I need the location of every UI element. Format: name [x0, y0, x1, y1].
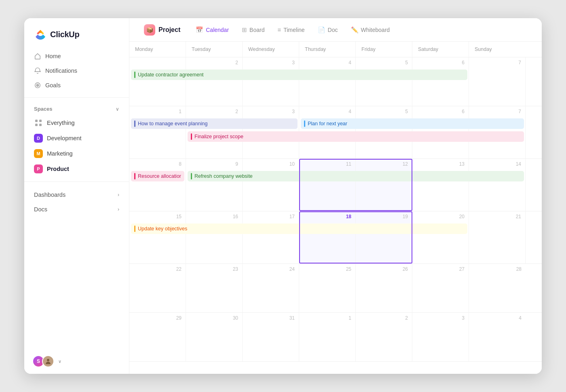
home-icon [34, 53, 41, 60]
header-tuesday: Tuesday [186, 42, 243, 57]
event-label: Update contractor agreement [138, 72, 204, 78]
spaces-label: Spaces [34, 106, 53, 112]
cal-cell-sat3[interactable]: 13 [412, 159, 469, 211]
header-sunday: Sunday [469, 42, 526, 57]
board-tab-icon: ⊞ [242, 26, 247, 34]
cal-cell-sat5[interactable]: 27 [412, 264, 469, 312]
cal-cell-thu5[interactable]: 25 [299, 264, 356, 312]
tab-whiteboard[interactable]: ✏️ Whiteboard [345, 23, 396, 37]
cal-cell-fri4[interactable]: 19 [356, 211, 412, 263]
sidebar: ClickUp Home Notifications [24, 18, 129, 374]
event-label-finalize: Finalize project scope [194, 134, 243, 139]
event-label-plan: Plan for next year [308, 121, 347, 126]
tab-timeline[interactable]: ≡ Timeline [272, 23, 310, 36]
cal-cell-thu6[interactable]: 1 [299, 313, 356, 361]
week-row-4: 15 16 17 18 19 20 21 Update key objectiv… [129, 211, 542, 264]
sidebar-nav: Home Notifications Goals [24, 49, 129, 93]
cal-cell-sun1[interactable]: 7 [469, 57, 526, 106]
goals-icon [34, 82, 41, 89]
event-plan-next-year[interactable]: Plan for next year [301, 118, 524, 129]
development-badge: D [34, 134, 43, 143]
sidebar-item-development[interactable]: D Development [29, 131, 124, 146]
notifications-icon [34, 67, 41, 74]
project-title-area: 📦 Project [139, 22, 185, 38]
everything-icon [34, 118, 43, 127]
cal-cell-fri1[interactable]: 5 [356, 57, 412, 106]
cal-cell-mon4[interactable]: 15 [129, 211, 186, 263]
week-row-1: 2 3 4 5 6 7 Update contractor agreement [129, 57, 542, 106]
cal-cell-wed5[interactable]: 24 [243, 264, 299, 312]
event-label-resource: Resource allocation [138, 173, 181, 179]
event-label-refresh: Refresh company website [194, 173, 253, 179]
cal-cell-sat6[interactable]: 3 [412, 313, 469, 361]
event-label-planning: How to manage event planning [138, 121, 207, 126]
marketing-badge: M [34, 149, 43, 158]
sidebar-item-product[interactable]: P Product [29, 161, 124, 177]
cal-cell-thu3[interactable]: 11 [299, 159, 356, 211]
tab-calendar[interactable]: 📅 Calendar [190, 23, 234, 37]
sidebar-item-docs[interactable]: Docs › [24, 201, 129, 216]
cal-cell-sat1[interactable]: 6 [412, 57, 469, 106]
sidebar-item-home[interactable]: Home [29, 49, 124, 63]
sidebar-item-goals[interactable]: Goals [29, 78, 124, 93]
cal-cell-tue6[interactable]: 30 [186, 313, 243, 361]
cal-cell-mon5[interactable]: 22 [129, 264, 186, 312]
header-friday: Friday [356, 42, 412, 57]
cal-cell-tue4[interactable]: 16 [186, 211, 243, 263]
event-dot-plan [304, 120, 305, 127]
product-badge: P [34, 164, 43, 173]
avatar-person [42, 355, 54, 367]
event-dot [134, 72, 135, 78]
cal-cell-thu1[interactable]: 4 [299, 57, 356, 106]
svg-rect-4 [39, 120, 42, 122]
cal-cell-fri3[interactable]: 12 [356, 159, 412, 211]
event-resource-allocation[interactable]: Resource allocation [131, 171, 184, 181]
event-key-objectives[interactable]: Update key objectives [131, 223, 467, 234]
cal-cell-mon3[interactable]: 8 [129, 159, 186, 211]
week-row-3: 8 9 10 11 12 13 14 Resource allocation R… [129, 159, 542, 211]
logo-area: ClickUp [24, 18, 129, 49]
timeline-tab-icon: ≡ [277, 26, 281, 33]
cal-cell-sun5[interactable]: 28 [469, 264, 526, 312]
calendar-area[interactable]: Monday Tuesday Wednesday Thursday Friday… [129, 42, 542, 374]
cal-cell-tue3[interactable]: 9 [186, 159, 243, 211]
tab-doc[interactable]: 📄 Doc [312, 23, 344, 37]
cal-cell-mon6[interactable]: 29 [129, 313, 186, 361]
event-dot-finalize [191, 133, 192, 140]
week-row-2: 1 2 3 4 5 6 7 How to manage event planni… [129, 106, 542, 159]
sidebar-item-dashboards[interactable]: Dashboards › [24, 187, 129, 201]
cal-cell-sun6[interactable]: 4 [469, 313, 526, 361]
cal-cell-mon2[interactable]: 1 [129, 106, 186, 158]
cal-cell-fri6[interactable]: 2 [356, 313, 412, 361]
logo-text: ClickUp [50, 30, 79, 39]
cal-cell-thu4[interactable]: 18 [299, 211, 356, 263]
tab-board[interactable]: ⊞ Board [236, 23, 270, 37]
cal-cell-tue5[interactable]: 23 [186, 264, 243, 312]
cal-cell-sat4[interactable]: 20 [412, 211, 469, 263]
cal-cell-wed4[interactable]: 17 [243, 211, 299, 263]
cal-cell-wed6[interactable]: 31 [243, 313, 299, 361]
svg-rect-6 [39, 124, 42, 126]
header-monday: Monday [129, 42, 186, 57]
sidebar-item-everything[interactable]: Everything [29, 115, 124, 131]
spaces-chevron-icon[interactable]: ∨ [116, 106, 119, 112]
event-dot-resource [134, 173, 135, 179]
user-chevron-icon[interactable]: ∨ [58, 359, 61, 364]
cal-cell-wed1[interactable]: 3 [243, 57, 299, 106]
event-finalize-scope[interactable]: Finalize project scope [188, 131, 524, 142]
event-refresh-website[interactable]: Refresh company website [188, 171, 524, 181]
calendar-tab-icon: 📅 [196, 26, 203, 34]
cal-cell-mon1[interactable] [129, 57, 186, 106]
cal-cell-sun4[interactable]: 21 [469, 211, 526, 263]
cal-cell-wed3[interactable]: 10 [243, 159, 299, 211]
clickup-logo-icon [34, 28, 47, 41]
sidebar-item-notifications[interactable]: Notifications [29, 63, 124, 78]
svg-rect-3 [35, 120, 38, 122]
cal-cell-fri5[interactable]: 26 [356, 264, 412, 312]
cal-cell-tue1[interactable]: 2 [186, 57, 243, 106]
event-event-planning[interactable]: How to manage event planning [131, 118, 298, 129]
docs-chevron-icon: › [118, 207, 119, 212]
sidebar-item-marketing[interactable]: M Marketing [29, 146, 124, 161]
cal-cell-sun3[interactable]: 14 [469, 159, 526, 211]
event-update-contractor[interactable]: Update contractor agreement [131, 70, 467, 80]
